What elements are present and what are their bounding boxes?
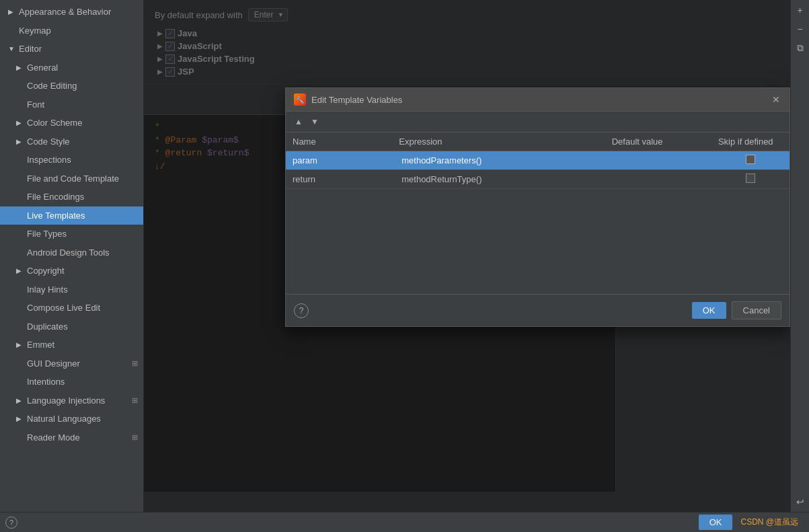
sidebar-item-duplicates[interactable]: Duplicates: [0, 317, 143, 336]
row1-expression[interactable]: [392, 151, 605, 170]
sidebar-item-intentions[interactable]: Intentions: [0, 373, 143, 391]
sidebar-item-inlay-hints[interactable]: Inlay Hints: [0, 280, 143, 299]
move-up-button[interactable]: ▲: [291, 114, 306, 129]
bottom-bar: ? OK CSDN @道虽远: [0, 512, 809, 532]
gui-designer-icon: ⊞: [132, 358, 138, 369]
sidebar-item-inspections[interactable]: Inspections: [0, 151, 143, 169]
sidebar-item-gui-designer[interactable]: GUI Designer ⊞: [0, 354, 143, 373]
right-icon-bar: + − ⧉ ↩: [790, 0, 809, 512]
reader-mode-icon: ⊞: [132, 432, 138, 443]
dialog-footer: ? OK Cancel: [286, 294, 789, 326]
dialog-close-button[interactable]: ✕: [771, 94, 781, 105]
sidebar-item-file-code-template[interactable]: File and Code Template: [0, 169, 143, 188]
expression-input-2[interactable]: [399, 174, 578, 185]
bottom-ok-button[interactable]: OK: [699, 515, 733, 530]
sidebar-item-language-injections[interactable]: ▶ Language Injections ⊞: [0, 391, 143, 410]
sidebar-item-code-editing[interactable]: Code Editing: [0, 77, 143, 96]
skip-checkbox-1[interactable]: [746, 155, 755, 164]
sidebar-item-file-types[interactable]: File Types: [0, 225, 143, 243]
dialog-toolbar: ▲ ▼: [286, 112, 789, 132]
row2-default: [605, 170, 711, 189]
sidebar-item-natural-languages[interactable]: ▶ Natural Languages: [0, 410, 143, 428]
undo-icon-btn[interactable]: ↩: [793, 494, 808, 509]
row2-expression[interactable]: [392, 170, 605, 189]
sidebar-item-android-design-tools[interactable]: Android Design Tools: [0, 243, 143, 262]
sidebar-item-live-templates[interactable]: Live Templates: [0, 206, 143, 225]
dialog-overlay: 🔧 Edit Template Variables ✕ ▲ ▼: [144, 0, 790, 512]
chevron-down-icon: ▼: [8, 44, 16, 54]
row1-name: param: [286, 151, 392, 170]
chevron-right-icon: ▶: [16, 395, 24, 406]
col-header-expression: Expression: [392, 132, 605, 151]
row2-name: return: [286, 170, 392, 189]
sidebar-item-copyright[interactable]: ▶ Copyright: [0, 262, 143, 280]
table-row[interactable]: return: [286, 170, 789, 189]
expression-input-1[interactable]: [399, 155, 578, 166]
skip-checkbox-2[interactable]: [746, 174, 755, 183]
sidebar-item-emmet[interactable]: ▶ Emmet: [0, 336, 143, 354]
sidebar-item-code-style[interactable]: ▶ Code Style: [0, 132, 143, 151]
sidebar-item-keymap[interactable]: Keymap: [0, 22, 143, 40]
minus-icon: −: [797, 24, 802, 34]
col-header-default: Default value: [605, 132, 711, 151]
table-header-row: Name Expression Default value Skip if de…: [286, 132, 789, 151]
sidebar-item-color-scheme[interactable]: ▶ Color Scheme: [0, 114, 143, 132]
copy-icon: ⧉: [797, 42, 804, 54]
col-header-name: Name: [286, 132, 392, 151]
dialog-ok-button[interactable]: OK: [692, 302, 726, 319]
chevron-right-icon: ▶: [16, 118, 24, 128]
dialog-cancel-button[interactable]: Cancel: [732, 301, 781, 319]
help-button[interactable]: ?: [5, 517, 17, 529]
minus-icon-btn[interactable]: −: [793, 22, 808, 36]
row1-default: [605, 151, 711, 170]
variables-table-container: Name Expression Default value Skip if de…: [286, 132, 789, 294]
dialog-title: Edit Template Variables: [311, 95, 765, 105]
col-header-skip: Skip if defined: [711, 132, 789, 151]
variables-table: Name Expression Default value Skip if de…: [286, 132, 789, 189]
sidebar-item-editor[interactable]: ▼ Editor: [0, 40, 143, 59]
dialog-app-icon: 🔧: [294, 93, 306, 106]
row2-skip: [711, 170, 789, 189]
chevron-right-icon: ▶: [16, 63, 24, 73]
sidebar-item-reader-mode[interactable]: Reader Mode ⊞: [0, 428, 143, 447]
table-row[interactable]: param: [286, 151, 789, 170]
watermark-text: CSDN @道虽远: [735, 517, 804, 528]
sidebar-item-compose-live-edit[interactable]: Compose Live Edit: [0, 299, 143, 317]
dialog-titlebar: 🔧 Edit Template Variables ✕: [286, 88, 789, 112]
plus-icon-btn[interactable]: +: [793, 3, 808, 17]
move-down-button[interactable]: ▼: [307, 114, 322, 129]
plus-icon: +: [797, 5, 802, 15]
chevron-right-icon: ▶: [16, 266, 24, 276]
chevron-right-icon: ▶: [16, 340, 24, 350]
language-injections-icon: ⊞: [132, 395, 138, 406]
main-content: By default expand with Enter ▶ Java: [144, 0, 790, 512]
chevron-right-icon: ▶: [8, 7, 16, 17]
copy-icon-btn[interactable]: ⧉: [793, 40, 808, 55]
sidebar-item-file-encodings[interactable]: File Encodings: [0, 188, 143, 206]
chevron-right-icon: ▶: [16, 137, 24, 147]
chevron-right-icon: ▶: [16, 414, 24, 424]
edit-template-variables-dialog: 🔧 Edit Template Variables ✕ ▲ ▼: [285, 87, 790, 327]
dialog-help-button[interactable]: ?: [294, 303, 309, 318]
variables-table-body: param retur: [286, 151, 789, 189]
sidebar-item-appearance[interactable]: ▶ Appearance & Behavior: [0, 3, 143, 22]
row1-skip: [711, 151, 789, 170]
settings-sidebar: ▶ Appearance & Behavior Keymap ▼ Editor …: [0, 0, 144, 512]
undo-icon: ↩: [796, 496, 804, 507]
sidebar-item-general[interactable]: ▶ General: [0, 59, 143, 77]
sidebar-item-font[interactable]: Font: [0, 96, 143, 114]
